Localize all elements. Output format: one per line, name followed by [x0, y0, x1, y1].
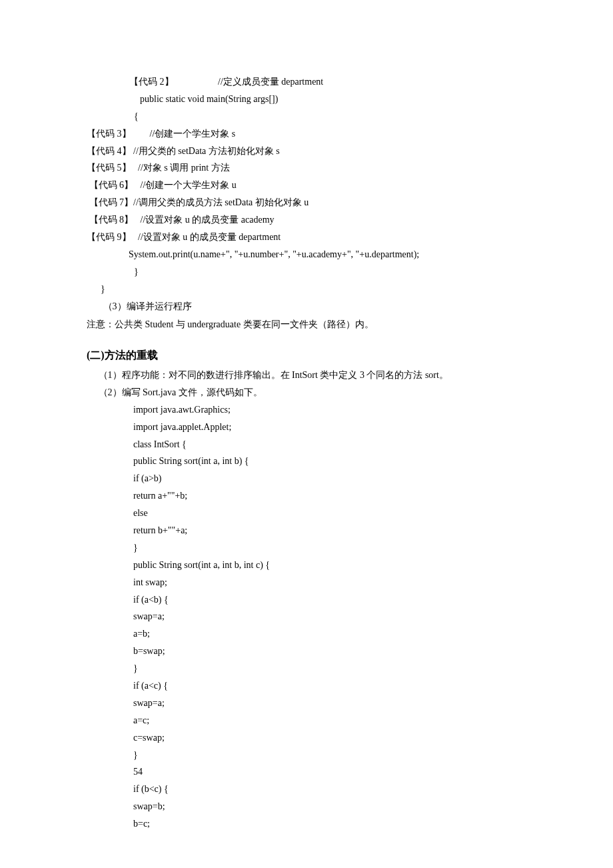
text-line: 【代码 9】 //设置对象 u 的成员变量 department [87, 229, 526, 246]
text-line: } [87, 747, 526, 764]
text-line: 【代码 6】 //创建一个大学生对象 u [87, 177, 526, 194]
section-heading: (二)方法的重载 [87, 345, 526, 365]
text-line: public String sort(int a, int b, int c) … [87, 557, 526, 574]
text-line: return b+""+a; [87, 522, 526, 539]
text-line: （2）编写 Sort.java 文件，源代码如下。 [87, 384, 526, 401]
text-line: （1）程序功能：对不同的数进行排序输出。在 IntSort 类中定义 3 个同名… [87, 367, 526, 384]
text-line: if (a<b) { [87, 591, 526, 609]
text-line: 【代码 4】 //用父类的 setData 方法初始化对象 s [87, 143, 526, 160]
text-line: import java.applet.Applet; [87, 419, 526, 436]
text-line: 【代码 2】 //定义成员变量 department [87, 73, 526, 91]
text-line: a=c; [87, 712, 526, 729]
text-line: a=b; [87, 625, 526, 643]
text-line: public String sort(int a, int b) { [87, 453, 526, 470]
text-line: 【代码 8】 //设置对象 u 的成员变量 academy [87, 211, 526, 229]
text-line: swap=a; [87, 608, 526, 625]
text-line: 注意：公共类 Student 与 undergraduate 类要在同一文件夹（… [87, 316, 526, 333]
text-line: 【代码 7】//调用父类的成员方法 setData 初始化对象 u [87, 194, 526, 211]
text-line: System.out.print(u.name+", "+u.number+",… [87, 246, 526, 263]
text-line: if (a<c) { [87, 677, 526, 695]
text-line: } [87, 660, 526, 677]
document-page: 【代码 2】 //定义成员变量 departmentpublic static … [0, 0, 613, 868]
text-line: c=swap; [87, 729, 526, 747]
text-line: } [87, 539, 526, 557]
text-line: 【代码 3】 //创建一个学生对象 s [87, 125, 526, 143]
text-line: } [87, 281, 526, 298]
text-line: b=c; [87, 815, 526, 833]
text-line: import java.awt.Graphics; [87, 401, 526, 419]
text-line: return a+""+b; [87, 487, 526, 505]
text-line: 【代码 5】 //对象 s 调用 print 方法 [87, 159, 526, 177]
text-line: if (b<c) { [87, 781, 526, 798]
text-line: { [87, 108, 526, 125]
text-line: class IntSort { [87, 436, 526, 453]
text-line: （3）编译并运行程序 [87, 298, 526, 315]
text-line: b=swap; [87, 643, 526, 660]
text-line: int swap; [87, 574, 526, 591]
text-line: } [87, 263, 526, 281]
text-line: swap=a; [87, 695, 526, 712]
text-line: if (a>b) [87, 470, 526, 487]
text-line: 54 [87, 763, 526, 781]
text-line: swap=b; [87, 798, 526, 815]
text-line: public static void main(String args[]) [87, 91, 526, 108]
text-line: else [87, 505, 526, 522]
